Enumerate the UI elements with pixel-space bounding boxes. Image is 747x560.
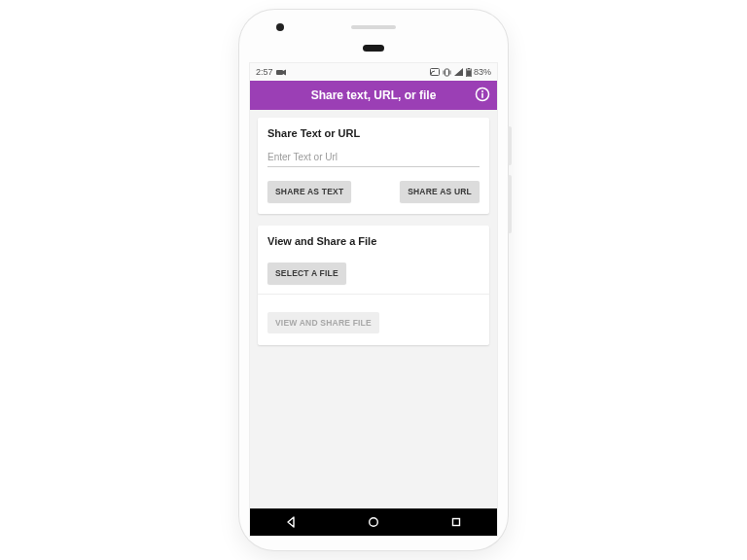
nav-back-button[interactable]: [271, 508, 310, 536]
battery-percent: 83%: [474, 67, 491, 77]
battery-icon: [466, 68, 472, 77]
svg-rect-2: [445, 69, 448, 76]
info-icon: [475, 87, 490, 105]
svg-point-11: [370, 518, 378, 527]
svg-point-9: [481, 90, 483, 92]
nav-bar: [250, 508, 497, 536]
svg-rect-7: [467, 70, 471, 76]
svg-rect-0: [276, 70, 283, 75]
side-button: [508, 175, 512, 233]
card-share-text: Share Text or URL SHARE AS TEXT SHARE AS…: [258, 118, 489, 214]
signal-icon: [454, 68, 463, 76]
svg-rect-12: [452, 519, 459, 526]
recent-icon: [450, 516, 462, 528]
speaker-grille: [351, 25, 396, 29]
select-file-button[interactable]: SELECT A FILE: [267, 262, 346, 284]
card-title: View and Share a File: [267, 235, 480, 247]
cast-icon: [430, 68, 440, 76]
nav-recent-button[interactable]: [437, 508, 476, 536]
vibrate-icon: [443, 68, 451, 77]
share-as-url-button[interactable]: SHARE AS URL: [400, 181, 480, 202]
svg-rect-10: [481, 92, 483, 97]
app-bar: Share text, URL, or file: [250, 81, 497, 110]
divider: [258, 294, 489, 295]
status-bar: 2:57 83%: [250, 63, 497, 81]
card-share-file: View and Share a File SELECT A FILE VIEW…: [258, 226, 489, 345]
text-url-input[interactable]: [267, 148, 480, 167]
camera-icon: [276, 69, 286, 76]
card-title: Share Text or URL: [267, 127, 480, 139]
view-share-file-button: VIEW AND SHARE FILE: [267, 312, 379, 333]
back-icon: [285, 516, 297, 528]
status-time: 2:57: [256, 67, 273, 77]
screen: 2:57 83% Share text, URL, or file: [249, 62, 498, 537]
home-icon: [368, 516, 379, 528]
share-as-text-button[interactable]: SHARE AS TEXT: [267, 181, 351, 202]
nav-home-button[interactable]: [354, 508, 393, 536]
app-bar-title: Share text, URL, or file: [311, 88, 437, 102]
side-button: [508, 126, 512, 165]
sensor-pill: [363, 45, 384, 52]
phone-frame: 2:57 83% Share text, URL, or file: [239, 10, 508, 550]
info-button[interactable]: [474, 87, 491, 104]
content-area: Share Text or URL SHARE AS TEXT SHARE AS…: [250, 110, 497, 508]
